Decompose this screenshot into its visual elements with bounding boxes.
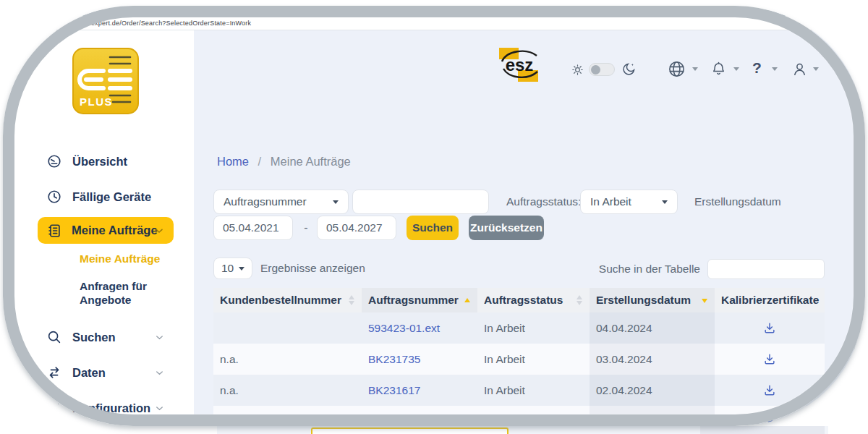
browser-url-bar[interactable]: ..sset-expert.de/Order/Search?SelectedOr… <box>4 16 864 30</box>
chevron-down-icon <box>154 367 165 381</box>
order-link[interactable]: BK231735 <box>362 344 477 375</box>
chevron-down-icon[interactable] <box>733 67 739 71</box>
order-field-select[interactable]: Auftragsnummer <box>213 190 349 214</box>
app-root: PLUS Übersicht Fällige Geräte <box>4 30 864 425</box>
chevron-down-icon <box>153 225 165 239</box>
sidebar-item-label: Übersicht <box>72 155 127 169</box>
download-icon[interactable] <box>762 352 777 367</box>
sort-icon <box>702 297 707 303</box>
esz-logo: esz <box>499 46 540 85</box>
reset-button[interactable]: Zurücksetzen <box>469 216 544 240</box>
table-row: n.a. BK231617 In Arbeit 02.04.2024 <box>213 375 825 406</box>
chevron-down-icon <box>154 332 165 346</box>
date-range-separator: - <box>299 216 312 240</box>
sort-icon <box>464 298 470 302</box>
globe-icon[interactable] <box>668 60 686 81</box>
sidebar-item-meine-auftraege[interactable]: Meine Aufträge <box>38 217 174 244</box>
chevron-down-icon[interactable] <box>692 67 698 71</box>
sidebar-item-faellige-geraete[interactable]: Fällige Geräte <box>46 187 165 206</box>
table-row: n.a. BK231380 In Arbeit 27.03.2024 <box>213 406 825 425</box>
column-header-kundenbestellnummer[interactable]: Kundenbestellnummer <box>213 288 362 312</box>
help-icon[interactable]: ? <box>752 59 762 77</box>
column-header-kalibrierzertifikate[interactable]: Kalibrierzertifikate <box>715 288 825 312</box>
gear-icon <box>46 400 62 416</box>
sidebar-item-daten[interactable]: Daten <box>46 363 165 382</box>
table-header-row: Kundenbestellnummer Auftragsnummer Auftr… <box>213 288 825 312</box>
breadcrumb-current: Meine Aufträge <box>271 155 351 168</box>
esz-logo-text: esz <box>506 55 534 75</box>
chevron-down-icon <box>333 200 339 204</box>
column-header-erstellungsdatum[interactable]: Erstellungsdatum <box>590 288 715 312</box>
url-text: ..sset-expert.de/Order/Search?SelectedOr… <box>72 20 251 27</box>
sidebar-item-konfiguration[interactable]: Konfiguration <box>46 399 165 417</box>
breadcrumb-separator: / <box>258 155 262 168</box>
sidebar-item-label: Konfiguration <box>72 401 150 415</box>
table-search-input[interactable] <box>707 259 825 279</box>
breadcrumb-home-link[interactable]: Home <box>217 155 249 168</box>
order-status-select[interactable]: In Arbeit <box>580 190 678 214</box>
orders-table: Kundenbestellnummer Auftragsnummer Auftr… <box>213 288 825 425</box>
order-search-input[interactable] <box>352 190 489 214</box>
date-to-input[interactable] <box>317 216 396 240</box>
sidebar-item-suchen[interactable]: Suchen <box>46 328 165 346</box>
sort-icon <box>576 295 582 305</box>
creation-date-label: Erstellungsdatum <box>694 190 781 214</box>
page-size-label: Ergebnisse anzeigen <box>260 258 365 279</box>
table-row: 593423-01.ext In Arbeit 04.04.2024 <box>213 312 825 344</box>
search-icon <box>46 329 62 345</box>
column-header-auftragsnummer[interactable]: Auftragsnummer <box>362 288 477 312</box>
sidebar-item-label: Fällige Geräte <box>72 190 151 204</box>
browser-chrome-bar <box>4 7 864 16</box>
theme-toggle[interactable] <box>589 63 615 76</box>
column-header-auftragsstatus[interactable]: Auftragsstatus <box>477 288 590 312</box>
content-below-frame <box>217 426 828 434</box>
scrollbar[interactable] <box>854 30 864 425</box>
user-icon[interactable] <box>791 61 808 80</box>
sun-icon <box>571 64 584 79</box>
screenshot-frame: ..sset-expert.de/Order/Search?SelectedOr… <box>0 0 868 434</box>
scrollbar-thumb[interactable] <box>856 35 862 129</box>
date-from-input[interactable] <box>213 216 293 240</box>
order-link[interactable]: BK231617 <box>362 375 477 406</box>
sort-icon <box>349 295 354 305</box>
download-icon[interactable] <box>762 321 777 336</box>
chevron-down-icon[interactable] <box>772 67 778 71</box>
chevron-down-icon[interactable] <box>813 67 819 71</box>
transfer-icon <box>46 365 62 380</box>
page-size-select[interactable]: 10 <box>213 258 252 279</box>
order-link[interactable]: 593423-01.ext <box>362 312 477 344</box>
order-link[interactable]: BK231380 <box>362 406 477 425</box>
sidebar-item-uebersicht[interactable]: Übersicht <box>46 152 165 171</box>
browser-window: ..sset-expert.de/Order/Search?SelectedOr… <box>4 7 864 425</box>
chevron-down-icon <box>662 200 668 204</box>
plus-logo[interactable]: PLUS <box>72 48 139 114</box>
download-icon[interactable] <box>762 414 777 426</box>
toggle-knob <box>591 65 600 75</box>
journal-icon <box>46 223 62 239</box>
sidebar-subitem-anfragen-angebote[interactable]: Anfragen für Angebote <box>80 279 171 307</box>
search-button[interactable]: Suchen <box>407 216 459 240</box>
chevron-down-icon <box>154 403 165 417</box>
gauge-icon <box>46 153 62 169</box>
moon-icon <box>621 61 637 80</box>
sidebar: PLUS Übersicht Fällige Geräte <box>4 30 194 425</box>
bell-icon[interactable] <box>710 61 727 80</box>
main-content: esz <box>194 30 854 425</box>
table-search-label: Suche in der Tabelle <box>584 259 700 279</box>
sidebar-item-label: Daten <box>72 366 106 380</box>
sidebar-item-label: Suchen <box>72 331 116 344</box>
table-row: n.a. BK231735 In Arbeit 03.04.2024 <box>213 344 825 375</box>
sidebar-subitem-meine-auftraege[interactable]: Meine Aufträge <box>80 252 171 265</box>
clock-icon <box>46 189 62 205</box>
status-label: Auftragsstatus: <box>506 190 581 214</box>
download-icon[interactable] <box>762 383 777 398</box>
sidebar-item-label: Meine Aufträge <box>72 224 158 237</box>
breadcrumb: Home / Meine Aufträge <box>217 155 351 169</box>
chevron-down-icon <box>239 267 244 271</box>
plus-logo-text: PLUS <box>80 95 113 108</box>
